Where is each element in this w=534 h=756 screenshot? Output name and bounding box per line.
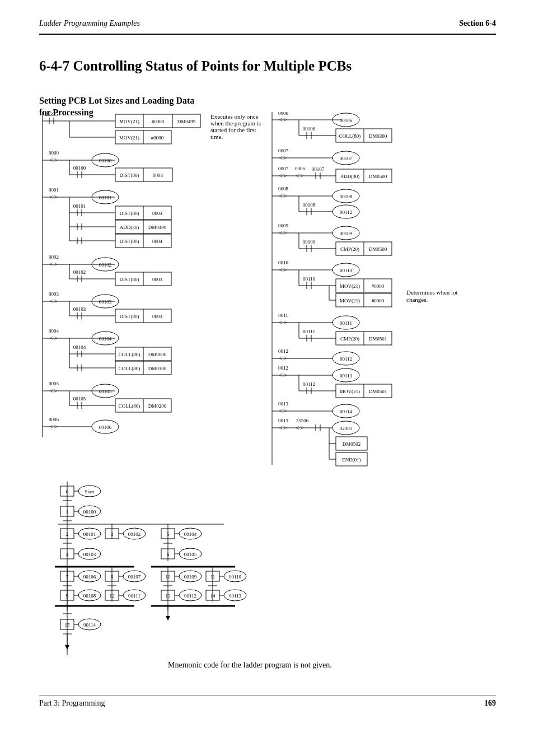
svg-text:END(01): END(01) [342, 457, 361, 463]
hr-top [39, 34, 496, 35]
svg-text:COLL(80): COLL(80) [119, 403, 140, 409]
svg-text:0006: 0006 [278, 112, 289, 116]
svg-text:0004: 0004 [152, 239, 163, 244]
svg-text:DM0200: DM0200 [148, 403, 167, 409]
svg-text:MOV(21): MOV(21) [340, 298, 360, 304]
svg-text:13: 13 [166, 593, 171, 599]
svg-text:02001: 02001 [340, 426, 353, 431]
svg-text:00102: 00102 [73, 269, 86, 275]
svg-text:6: 6 [167, 552, 170, 557]
svg-text:00107: 00107 [128, 574, 141, 580]
svg-text:>: > [54, 423, 58, 431]
svg-text:<: < [279, 354, 283, 362]
svg-text:DIST(80): DIST(80) [120, 277, 139, 282]
svg-text:DIST(80): DIST(80) [120, 172, 139, 178]
svg-text:ADD(30): ADD(30) [120, 225, 139, 230]
svg-text:7: 7 [66, 574, 69, 580]
svg-text:00106: 00106 [340, 118, 353, 123]
svg-text:DIST(80): DIST(80) [120, 314, 139, 319]
svg-text:DM0499: DM0499 [148, 225, 167, 230]
svg-text:00104: 00104 [99, 336, 112, 342]
svg-text:25506: 25506 [296, 418, 309, 423]
svg-text:DM0501: DM0501 [369, 389, 387, 394]
svg-text:DM0100: DM0100 [148, 366, 167, 371]
svg-text:<: < [279, 172, 283, 180]
svg-text:14: 14 [210, 593, 216, 599]
svg-text:<: < [49, 423, 53, 431]
svg-text:0012: 0012 [278, 348, 288, 354]
svg-text:0: 0 [66, 489, 69, 494]
svg-text:>: > [300, 172, 304, 180]
svg-text:00103: 00103 [83, 552, 96, 557]
svg-text:00112: 00112 [340, 209, 352, 215]
svg-text:2: 2 [66, 531, 69, 537]
svg-text:0003: 0003 [49, 291, 59, 297]
svg-text:DM0000: DM0000 [148, 352, 167, 357]
svg-text:DM0300: DM0300 [369, 133, 387, 139]
svg-text:DM0502: DM0502 [343, 441, 361, 447]
svg-text:COLL(80): COLL(80) [119, 352, 140, 357]
svg-text:9: 9 [66, 593, 69, 599]
svg-text:>: > [283, 116, 287, 124]
svg-text:>: > [283, 371, 287, 379]
svg-text:00104: 00104 [184, 531, 197, 537]
svg-text:<: < [279, 424, 283, 432]
svg-text:0005: 0005 [49, 381, 59, 386]
svg-text:25315: 25315 [45, 112, 58, 117]
svg-text:>: > [283, 172, 287, 180]
svg-text:00107: 00107 [312, 166, 325, 172]
svg-text:>: > [283, 154, 287, 162]
svg-text:<: < [49, 297, 53, 305]
svg-text:00100: 00100 [83, 509, 96, 515]
svg-text:#0000: #0000 [372, 283, 385, 289]
svg-text:<: < [279, 407, 283, 415]
svg-text:>: > [54, 387, 58, 395]
svg-text:00112: 00112 [340, 356, 352, 362]
svg-text:>: > [283, 424, 287, 432]
svg-text:>: > [283, 354, 287, 362]
svg-marker-384 [65, 645, 69, 650]
svg-text:MOV(21): MOV(21) [340, 283, 360, 289]
svg-text:<: < [49, 387, 53, 395]
svg-text:>: > [54, 156, 58, 164]
header-right: Section 6-4 [459, 19, 496, 28]
svg-text:0003: 0003 [153, 172, 163, 178]
svg-text:<: < [279, 319, 283, 326]
svg-text:00100: 00100 [73, 165, 86, 171]
svg-text:00110: 00110 [229, 574, 242, 580]
ladder-left-svg: 25315 MOV(21) #0000 DM0499 MOV(21) #0000… [38, 112, 217, 440]
svg-text:0009: 0009 [278, 223, 289, 228]
svg-text:00105: 00105 [184, 552, 197, 557]
svg-text:10: 10 [166, 574, 171, 580]
svg-text:00113: 00113 [340, 373, 353, 379]
svg-text:00101: 00101 [99, 195, 112, 200]
mnemonic-note: Mnemonic code for the ladder program is … [168, 661, 332, 670]
svg-text:<: < [49, 334, 53, 342]
svg-text:00109: 00109 [340, 231, 353, 236]
svg-text:0006: 0006 [49, 417, 59, 422]
svg-text:00101: 00101 [83, 531, 96, 537]
svg-text:00110: 00110 [303, 276, 316, 282]
svg-text:DM0499: DM0499 [177, 119, 196, 124]
svg-marker-375 [166, 616, 170, 620]
svg-text:COLL(80): COLL(80) [339, 133, 361, 139]
svg-text:<: < [49, 193, 53, 201]
svg-text:DIST(80): DIST(80) [120, 211, 139, 216]
svg-text:>: > [54, 334, 58, 342]
svg-text:>: > [300, 424, 304, 432]
svg-text:5: 5 [167, 531, 170, 537]
svg-text:0001: 0001 [49, 187, 59, 193]
svg-text:<: < [279, 154, 283, 162]
svg-text:12: 12 [110, 593, 115, 599]
svg-text:<: < [279, 229, 283, 237]
svg-text:00103: 00103 [99, 299, 112, 305]
svg-text:00108: 00108 [303, 202, 316, 208]
svg-text:0003: 0003 [152, 314, 163, 319]
svg-text:>: > [283, 407, 287, 415]
svg-text:#0000: #0000 [152, 119, 165, 124]
ladder-left: 25315 MOV(21) #0000 DM0499 MOV(21) #0000… [38, 112, 217, 440]
svg-text:1: 1 [66, 509, 69, 515]
svg-text:<: < [296, 424, 299, 432]
svg-text:DIST(80): DIST(80) [120, 239, 139, 244]
comment-1: Executes only once when the program is s… [210, 113, 263, 140]
